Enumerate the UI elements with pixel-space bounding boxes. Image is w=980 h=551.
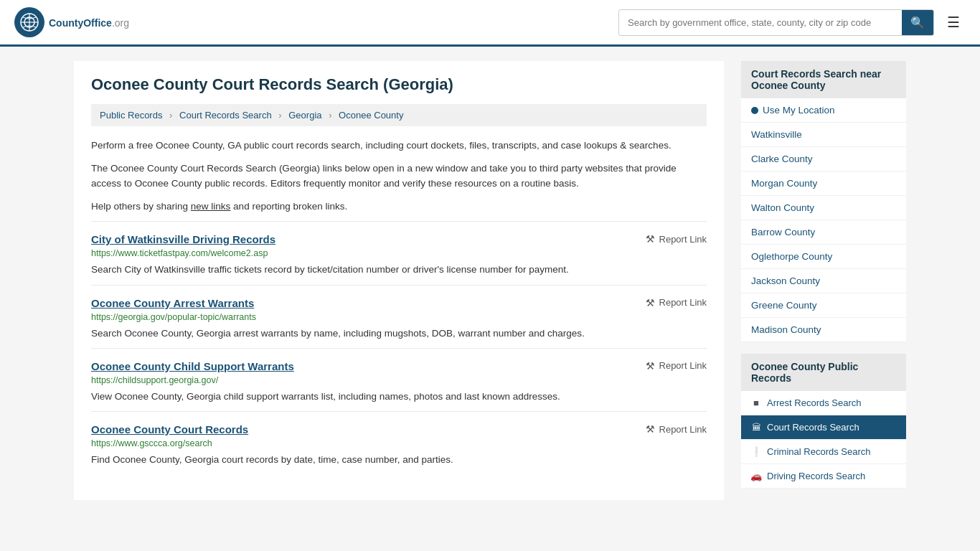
breadcrumb-court-records-search[interactable]: Court Records Search	[179, 110, 272, 121]
nearby-county-0[interactable]: Watkinsville	[741, 123, 906, 147]
report-label-2: Report Link	[659, 360, 707, 371]
nearby-county-7[interactable]: Greene County	[741, 293, 906, 318]
pub-rec-item-1[interactable]: 🏛Court Records Search	[741, 415, 906, 440]
nearby-counties-list: WatkinsvilleClarke CountyMorgan CountyWa…	[741, 123, 906, 342]
pub-rec-icon-3: 🚗	[751, 471, 761, 481]
pub-rec-icon-0: ■	[751, 398, 761, 408]
use-location-link[interactable]: Use My Location	[763, 105, 835, 116]
report-icon-0: ⚒	[646, 233, 655, 245]
result-url-0: https://www.ticketfastpay.com/welcome2.a…	[91, 248, 707, 258]
result-desc-2: View Oconee County, Georgia child suppor…	[91, 390, 707, 404]
nearby-county-link-8[interactable]: Madison County	[751, 324, 821, 335]
report-link-0[interactable]: ⚒ Report Link	[646, 233, 707, 245]
report-icon-2: ⚒	[646, 360, 655, 372]
report-label-0: Report Link	[659, 234, 707, 245]
nearby-county-3[interactable]: Walton County	[741, 196, 906, 220]
pub-rec-item-0[interactable]: ■Arrest Records Search	[741, 391, 906, 415]
breadcrumb-sep-1: ›	[169, 110, 172, 121]
page-title: Oconee County Court Records Search (Geor…	[91, 75, 707, 94]
result-title-0[interactable]: City of Watkinsville Driving Records	[91, 233, 275, 245]
logo-text: CountyOffice.org	[49, 15, 129, 30]
header: CountyOffice.org 🔍 ☰	[0, 0, 980, 47]
result-url-1: https://georgia.gov/popular-topic/warran…	[91, 312, 707, 322]
pub-rec-link-0[interactable]: Arrest Records Search	[767, 397, 862, 408]
nearby-county-6[interactable]: Jackson County	[741, 269, 906, 293]
nearby-county-link-7[interactable]: Greene County	[751, 300, 817, 311]
result-title-1[interactable]: Oconee County Arrest Warrants	[91, 297, 254, 309]
header-right: 🔍 ☰	[618, 9, 966, 36]
result-item: Oconee County Arrest Warrants ⚒ Report L…	[91, 285, 707, 348]
nearby-county-link-5[interactable]: Oglethorpe County	[751, 251, 832, 262]
description-intro3: Help others by sharing new links and rep…	[91, 199, 707, 215]
result-desc-0: Search City of Watkinsville traffic tick…	[91, 263, 707, 277]
nearby-county-8[interactable]: Madison County	[741, 318, 906, 342]
result-header: City of Watkinsville Driving Records ⚒ R…	[91, 233, 707, 245]
new-links-link[interactable]: new links	[191, 201, 231, 212]
pub-rec-icon-1: 🏛	[751, 423, 761, 433]
result-item: City of Watkinsville Driving Records ⚒ R…	[91, 221, 707, 284]
nearby-county-1[interactable]: Clarke County	[741, 147, 906, 171]
result-url-2: https://childsupport.georgia.gov/	[91, 375, 707, 385]
use-my-location[interactable]: Use My Location	[741, 98, 906, 123]
report-icon-1: ⚒	[646, 297, 655, 309]
result-header: Oconee County Child Support Warrants ⚒ R…	[91, 360, 707, 372]
nearby-section: Court Records Search near Oconee County …	[741, 61, 906, 342]
hamburger-menu-button[interactable]: ☰	[941, 11, 966, 34]
main-container: Oconee County Court Records Search (Geor…	[60, 47, 920, 514]
breadcrumb-public-records[interactable]: Public Records	[100, 110, 162, 121]
report-link-2[interactable]: ⚒ Report Link	[646, 360, 707, 372]
pub-rec-label-1: Court Records Search	[767, 422, 859, 433]
search-bar: 🔍	[618, 9, 934, 36]
search-button[interactable]: 🔍	[902, 10, 933, 35]
pub-rec-link-3[interactable]: Driving Records Search	[767, 471, 865, 481]
nearby-county-4[interactable]: Barrow County	[741, 220, 906, 245]
search-input[interactable]	[619, 11, 902, 34]
pub-rec-icon-2: ❕	[751, 447, 761, 457]
result-url-3: https://www.gsccca.org/search	[91, 438, 707, 448]
public-records-list: ■Arrest Records Search🏛Court Records Sea…	[741, 391, 906, 489]
nearby-county-link-6[interactable]: Jackson County	[751, 276, 820, 286]
nearby-county-link-2[interactable]: Morgan County	[751, 178, 817, 189]
result-title-3[interactable]: Oconee County Court Records	[91, 423, 248, 435]
pub-rec-item-3[interactable]: 🚗Driving Records Search	[741, 464, 906, 489]
logo-area: CountyOffice.org	[14, 7, 129, 37]
public-records-section: Oconee County Public Records ■Arrest Rec…	[741, 354, 906, 489]
result-item: Oconee County Child Support Warrants ⚒ R…	[91, 348, 707, 411]
breadcrumb-georgia[interactable]: Georgia	[288, 110, 321, 121]
result-item: Oconee County Court Records ⚒ Report Lin…	[91, 411, 707, 474]
breadcrumb: Public Records › Court Records Search › …	[91, 104, 707, 126]
logo-icon	[14, 7, 44, 37]
report-link-3[interactable]: ⚒ Report Link	[646, 423, 707, 435]
breadcrumb-oconee-county[interactable]: Oconee County	[339, 110, 403, 121]
nearby-section-title: Court Records Search near Oconee County	[741, 61, 906, 98]
report-label-1: Report Link	[659, 297, 707, 308]
nearby-county-link-0[interactable]: Watkinsville	[751, 129, 802, 140]
nearby-county-link-4[interactable]: Barrow County	[751, 227, 815, 237]
description-intro2: The Oconee County Court Records Search (…	[91, 161, 707, 192]
report-label-3: Report Link	[659, 424, 707, 435]
nearby-county-link-3[interactable]: Walton County	[751, 202, 814, 213]
result-title-2[interactable]: Oconee County Child Support Warrants	[91, 360, 294, 372]
pub-rec-item-2[interactable]: ❕Criminal Records Search	[741, 440, 906, 464]
breadcrumb-sep-2: ›	[278, 110, 281, 121]
result-desc-1: Search Oconee County, Georgia arrest war…	[91, 326, 707, 341]
pub-rec-link-2[interactable]: Criminal Records Search	[767, 446, 871, 457]
result-desc-3: Find Oconee County, Georgia court record…	[91, 453, 707, 467]
location-icon	[751, 107, 758, 114]
public-records-title: Oconee County Public Records	[741, 354, 906, 391]
result-header: Oconee County Court Records ⚒ Report Lin…	[91, 423, 707, 435]
nearby-county-5[interactable]: Oglethorpe County	[741, 245, 906, 269]
nearby-county-2[interactable]: Morgan County	[741, 171, 906, 196]
report-icon-3: ⚒	[646, 423, 655, 435]
report-link-1[interactable]: ⚒ Report Link	[646, 297, 707, 309]
sidebar: Court Records Search near Oconee County …	[741, 61, 906, 500]
description-intro1: Perform a free Oconee County, GA public …	[91, 138, 707, 154]
result-header: Oconee County Arrest Warrants ⚒ Report L…	[91, 297, 707, 309]
nearby-county-link-1[interactable]: Clarke County	[751, 154, 813, 164]
results-container: City of Watkinsville Driving Records ⚒ R…	[91, 221, 707, 474]
breadcrumb-sep-3: ›	[329, 110, 331, 121]
content-area: Oconee County Court Records Search (Geor…	[74, 61, 724, 500]
